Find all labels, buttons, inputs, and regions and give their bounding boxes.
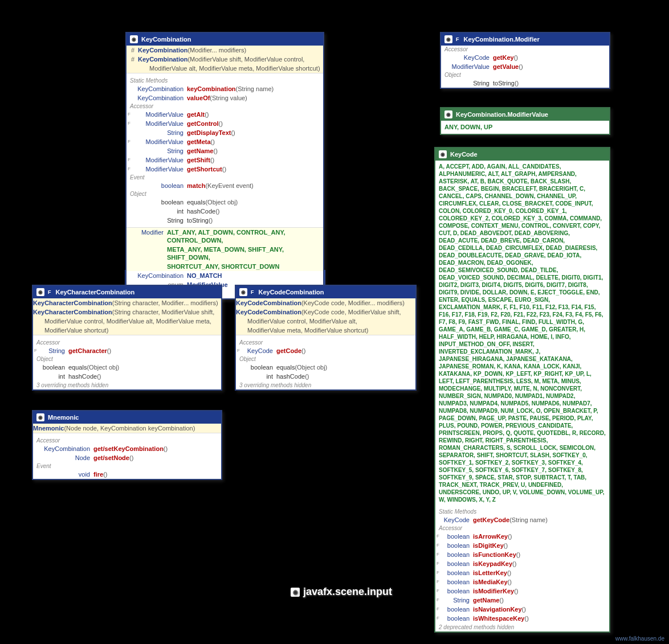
- section-label: Event: [33, 462, 221, 470]
- method-sig: (): [301, 347, 305, 355]
- constructors-keycombination: #KeyCombination (Modifier... modifiers) …: [127, 46, 323, 73]
- header-modifiervalue: ◉KeyCombination.ModifierValue: [441, 108, 609, 121]
- method-row: StringtoString (): [127, 216, 323, 225]
- method-sig: (Object obj): [87, 363, 119, 371]
- method-name: getDisplayText: [187, 129, 231, 137]
- ctor-name: KeyCombination: [138, 55, 187, 63]
- method-row: StringgetName (): [127, 146, 323, 155]
- method-sig: (Object obj): [205, 198, 238, 206]
- method-name: getValue: [493, 63, 519, 71]
- class-keycombination: ◉KeyCombination #KeyCombination (Modifie…: [125, 32, 324, 300]
- ctor-cont: ModifierValue control, ModifierValue alt…: [33, 317, 211, 325]
- method-name: isModifierKey: [473, 587, 514, 595]
- method-row: FModifierValuegetShortcut (): [127, 165, 323, 174]
- method-name: isDigitKey: [473, 542, 504, 549]
- method-sig: (String name): [509, 516, 548, 524]
- method-row: FbooleanisKeypadKey (): [435, 559, 609, 568]
- method-row: FStringgetCharacter (): [33, 346, 221, 355]
- method-sig: (): [164, 445, 168, 453]
- method-name: getKey: [493, 54, 514, 61]
- method-sig: (): [522, 605, 526, 613]
- section-label: Object: [236, 355, 415, 363]
- footer-link[interactable]: www.falkhausen.de: [615, 635, 664, 642]
- final-icon: F: [48, 289, 51, 295]
- enum-values: ANY, DOWN, UP: [441, 121, 609, 134]
- method-sig: (): [211, 138, 215, 146]
- method-name: equals: [187, 198, 205, 206]
- method-row: FbooleanisLetterKey (): [435, 568, 609, 577]
- section-label-event: Event: [127, 174, 323, 181]
- hidden-note: 3 overriding methods hidden: [239, 382, 311, 388]
- package-name: javafx.scene.input: [303, 586, 392, 598]
- hidden-note: 3 overriding methods hidden: [36, 382, 108, 388]
- method-name: getKeyCode: [473, 516, 509, 524]
- method-row: Nodeget/setNode (): [33, 453, 221, 462]
- package-icon: ◉: [291, 588, 300, 597]
- method-row: booleanequals (Object obj): [236, 363, 415, 372]
- method-row: FbooleanisWhitespaceKey (): [435, 614, 609, 623]
- method-sig: (): [524, 614, 528, 622]
- class-icon: ◉: [36, 413, 44, 421]
- method-name: toString: [187, 216, 209, 224]
- hidden-note: 2 deprecated methods hidden: [439, 624, 514, 630]
- ctor-sig: (Node node, KeyCombination keyCombinatio…: [64, 424, 195, 432]
- method-name: toString: [493, 79, 515, 87]
- method-sig: (): [222, 165, 226, 173]
- method-name: isMediaKey: [473, 578, 508, 586]
- method-sig: (): [107, 347, 111, 355]
- method-name: getAlt: [187, 110, 205, 118]
- class-keycharactercombination: ◉FKeyCharacterCombination KeyCharacterCo…: [32, 285, 222, 391]
- ctor-cont: ModifierValue alt, ModifierValue meta, M…: [138, 64, 320, 72]
- method-row: booleanmatch (KeyEvent event): [127, 181, 323, 190]
- section-label: Accessor: [33, 437, 221, 444]
- section-label: Accessor: [33, 339, 221, 346]
- method-row: booleanequals (Object obj): [33, 363, 221, 372]
- method-row: voidfire (): [33, 470, 221, 479]
- method-row: KeyCodegetKeyCode (String name): [435, 515, 609, 524]
- method-row: FKeyCodegetCode (): [236, 346, 415, 355]
- ctor-name: KeyCharacterCombination: [33, 299, 112, 307]
- constructors: KeyCharacterCombination (String characte…: [33, 298, 221, 335]
- section-label: Accessor: [435, 524, 609, 532]
- method-sig: (): [210, 156, 214, 164]
- method-sig: (): [499, 596, 503, 604]
- method-sig: (): [305, 372, 309, 380]
- method-row: KeyCodegetKey (): [441, 53, 609, 62]
- method-name: isWhitespaceKey: [473, 614, 524, 622]
- method-sig: (String name): [236, 85, 274, 93]
- ctor-cont: ModifierValue control, ModifierValue alt…: [236, 317, 357, 325]
- class-icon: ◉: [130, 35, 138, 43]
- method-row: FbooleanisMediaKey (): [435, 577, 609, 586]
- package-label: ◉ javafx.scene.input: [285, 584, 398, 600]
- method-name: isKeypadKey: [473, 560, 512, 568]
- method-sig: (String value): [210, 94, 247, 102]
- method-sig: (): [508, 532, 512, 540]
- section-label-static: Static Methods: [127, 77, 323, 84]
- constant-names: ALT_ANY, ALT_DOWN, CONTROL_ANY, CONTROL_…: [167, 228, 323, 244]
- method-name: getName: [473, 596, 499, 604]
- method-sig: (): [97, 372, 101, 380]
- method-sig: (): [129, 454, 133, 462]
- method-name: getCharacter: [68, 347, 107, 355]
- method-name: keyCombination: [187, 85, 236, 93]
- title: KeyCodeCombination: [259, 289, 324, 296]
- class-icon: ◉: [36, 288, 44, 296]
- ctor-sig: (String character, ModifierValue shift,: [112, 308, 215, 316]
- method-sig: (): [205, 110, 209, 118]
- ctor-sig: (ModifierValue shift, ModifierValue cont…: [187, 55, 304, 63]
- title: KeyCode: [450, 151, 478, 158]
- method-name: getMeta: [187, 138, 211, 146]
- method-row: ModifierValuegetValue (): [441, 62, 609, 71]
- constructors: KeyCodeCombination (KeyCode code, Modifi…: [236, 298, 415, 335]
- method-name: getCode: [276, 347, 301, 355]
- ctor-sig: (String character, Modifier... modifiers…: [112, 299, 218, 307]
- header-keycodecombination: ◉FKeyCodeCombination: [236, 286, 415, 298]
- method-sig: (): [504, 542, 508, 549]
- section-label: Accessor: [236, 339, 415, 346]
- method-sig: (): [219, 120, 223, 128]
- method-row: FbooleanisFunctionKey (): [435, 550, 609, 559]
- class-keycodecombination: ◉FKeyCodeCombination KeyCodeCombination …: [235, 285, 417, 391]
- method-name: fire: [93, 470, 103, 478]
- ctor-cont: ModifierValue meta, ModifierValue shortc…: [236, 326, 368, 334]
- class-icon: ◉: [444, 35, 452, 43]
